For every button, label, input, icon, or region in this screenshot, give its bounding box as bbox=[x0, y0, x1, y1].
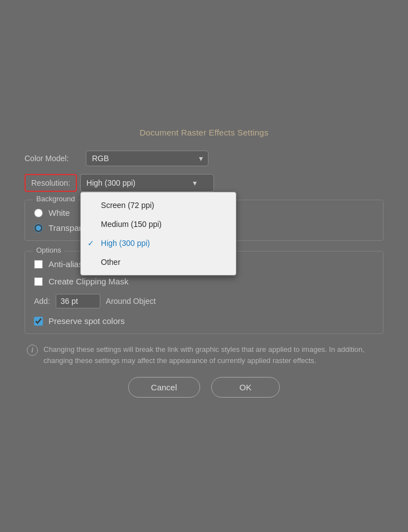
resolution-row: Resolution: High (300 ppi) ▾ Screen (72 … bbox=[25, 174, 383, 192]
ok-button[interactable]: OK bbox=[211, 377, 280, 398]
resolution-chevron-icon: ▾ bbox=[193, 178, 197, 187]
resolution-option-medium[interactable]: Medium (150 ppi) bbox=[81, 215, 236, 234]
dialog-body: Color Model: RGB CMYK Grayscale Resoluti… bbox=[9, 145, 399, 414]
color-model-row: Color Model: RGB CMYK Grayscale bbox=[25, 151, 383, 166]
preserve-spot-row: Preserve spot colors bbox=[34, 316, 374, 326]
options-legend: Options bbox=[33, 246, 65, 254]
info-row: i Changing these settings will break the… bbox=[25, 344, 383, 366]
anti-alias-label[interactable]: Anti-alias bbox=[48, 259, 83, 269]
background-legend: Background bbox=[33, 195, 78, 203]
resolution-option-screen[interactable]: Screen (72 ppi) bbox=[81, 196, 236, 215]
clipping-mask-checkbox[interactable] bbox=[34, 277, 43, 286]
resolution-dropdown-menu: Screen (72 ppi) Medium (150 ppi) High (3… bbox=[80, 192, 236, 275]
color-model-select[interactable]: RGB CMYK Grayscale bbox=[86, 151, 208, 166]
info-text: Changing these settings will break the l… bbox=[43, 344, 381, 366]
add-label: Add: bbox=[34, 297, 50, 306]
cancel-button[interactable]: Cancel bbox=[128, 377, 200, 398]
preserve-spot-checkbox[interactable] bbox=[34, 317, 43, 326]
info-icon: i bbox=[27, 345, 38, 356]
resolution-selected-value: High (300 ppi) bbox=[86, 178, 135, 187]
add-suffix: Around Object bbox=[106, 297, 156, 306]
dialog-title: Document Raster Effects Settings bbox=[9, 118, 399, 145]
color-model-label: Color Model: bbox=[25, 154, 86, 163]
resolution-option-high[interactable]: High (300 ppi) bbox=[81, 234, 236, 253]
anti-alias-checkbox[interactable] bbox=[34, 260, 43, 269]
background-white-radio[interactable] bbox=[34, 209, 43, 217]
resolution-label: Resolution: bbox=[25, 174, 77, 192]
background-transparent-radio[interactable] bbox=[34, 224, 43, 233]
button-row: Cancel OK bbox=[25, 377, 383, 403]
resolution-dropdown-container: High (300 ppi) ▾ Screen (72 ppi) Medium … bbox=[80, 174, 214, 192]
clipping-mask-row: Create Clipping Mask bbox=[34, 277, 374, 286]
dialog: Document Raster Effects Settings Color M… bbox=[9, 118, 399, 414]
color-model-select-wrapper[interactable]: RGB CMYK Grayscale bbox=[86, 151, 208, 166]
resolution-option-other[interactable]: Other bbox=[81, 253, 236, 272]
add-input[interactable] bbox=[56, 294, 100, 308]
add-row: Add: Around Object bbox=[34, 294, 374, 308]
preserve-spot-label[interactable]: Preserve spot colors bbox=[48, 316, 125, 326]
background-white-label[interactable]: White bbox=[48, 208, 70, 217]
resolution-select-button[interactable]: High (300 ppi) ▾ bbox=[80, 174, 214, 192]
clipping-mask-label[interactable]: Create Clipping Mask bbox=[48, 277, 128, 286]
